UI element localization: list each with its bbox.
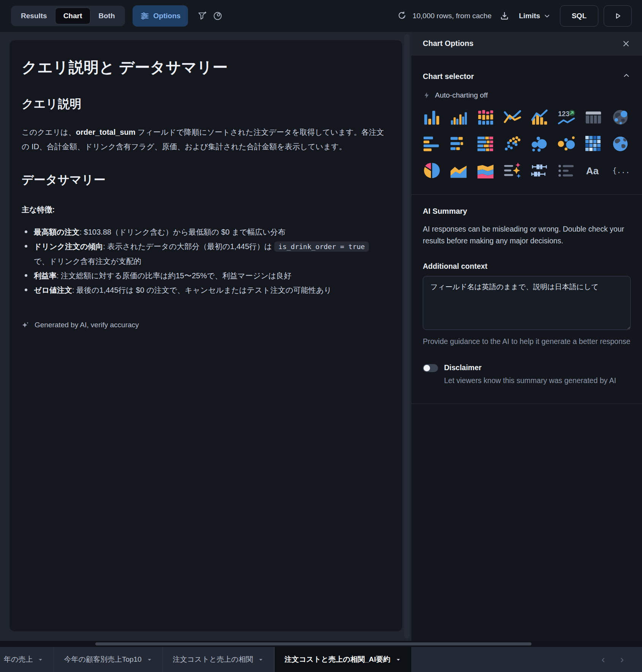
horizontal-scrollbar[interactable] <box>0 641 642 647</box>
tab-next-icon[interactable]: › <box>620 653 624 666</box>
list-item: 利益率: 注文総額に対する原価の比率は約15〜25%で、利益マージンは良好 <box>22 268 379 283</box>
tab-both[interactable]: Both <box>90 8 123 24</box>
chart-type-ai-summary-icon[interactable] <box>504 162 521 179</box>
tab-prev-icon[interactable]: ‹ <box>601 653 605 666</box>
download-icon[interactable] <box>497 8 512 24</box>
close-icon[interactable] <box>621 39 631 48</box>
caret-down-icon <box>258 656 264 663</box>
caret-down-icon <box>395 656 402 663</box>
run-button[interactable] <box>604 5 632 27</box>
chart-type-percent-horizontal-bar-icon[interactable] <box>477 135 494 153</box>
additional-context-label: Additional context <box>423 262 631 271</box>
summary-bullet-list: 最高額の注文: $103.88（ドリンク含む）から最低額の $0 まで幅広い分布… <box>22 225 390 297</box>
chart-type-box-plot-icon[interactable] <box>531 162 548 179</box>
disclaimer-help-text: Let viewers know this summary was genera… <box>444 375 616 386</box>
chart-type-stacked-horizontal-bar-icon[interactable] <box>450 135 467 153</box>
section-heading-summary: データサマリー <box>22 172 390 188</box>
lightning-icon <box>423 91 430 99</box>
tab-scroll-nav: ‹ › <box>601 647 642 672</box>
svg-text:123: 123 <box>558 110 569 118</box>
caret-down-icon <box>37 656 44 663</box>
sparkle-icon <box>22 321 30 329</box>
svg-text:{...}: {...} <box>612 166 629 175</box>
chart-type-combo-icon[interactable] <box>531 109 548 126</box>
caret-down-icon <box>146 656 153 663</box>
chart-options-panel: Chart Options Chart selector Auto-charti… <box>411 32 642 641</box>
chart-type-grouped-bar-icon[interactable] <box>450 109 467 126</box>
chart-type-stacked-area-icon[interactable] <box>477 162 494 179</box>
chevron-down-icon <box>543 12 551 20</box>
view-switcher: Results Chart Both <box>11 6 125 26</box>
section-heading-query: クエリ説明 <box>22 96 390 112</box>
disclaimer-label: Disclaimer <box>444 363 616 372</box>
chart-type-text-icon[interactable]: Aa <box>585 162 602 179</box>
chart-type-table-icon[interactable] <box>585 109 602 126</box>
chart-type-bar-icon[interactable] <box>423 109 440 126</box>
chart-type-map-icon[interactable] <box>612 135 629 153</box>
disclaimer-toggle[interactable] <box>423 364 438 372</box>
code-chip: is_drink_order = true <box>274 241 369 252</box>
chart-type-dot-plot-icon[interactable] <box>558 135 575 153</box>
chart-type-pie-icon[interactable] <box>423 162 440 179</box>
app-window: Results Chart Both Options <box>0 0 642 672</box>
sheet-tab-sales[interactable]: 年の売上 <box>0 647 54 672</box>
chart-type-horizontal-bar-icon[interactable] <box>423 135 440 153</box>
vertical-scrollbar[interactable] <box>404 34 410 639</box>
panel-title: Chart Options <box>423 39 473 48</box>
chart-type-line-icon[interactable] <box>504 109 521 126</box>
list-item: ゼロ値注文: 最後の1,445行は $0 の注文で、キャンセルまたはテスト注文の… <box>22 283 379 297</box>
options-button[interactable]: Options <box>133 5 188 27</box>
chart-selector-header: Chart selector <box>423 71 631 81</box>
panel-header: Chart Options <box>411 32 642 55</box>
summary-intro: 主な特徴: <box>22 205 390 215</box>
options-button-label: Options <box>153 12 181 20</box>
toolbar: Results Chart Both Options <box>0 0 642 32</box>
chart-type-list-icon[interactable] <box>558 162 575 179</box>
list-item: ドリンク注文の傾向: 表示されたデータの大部分（最初の1,445行）は is_d… <box>22 239 379 268</box>
refresh-sparkle-icon[interactable] <box>394 8 410 24</box>
limits-dropdown[interactable]: Limits <box>519 12 551 20</box>
chart-type-big-number-icon[interactable]: 123 <box>558 109 575 126</box>
ai-generated-footer: Generated by AI, verify accuracy <box>22 321 390 329</box>
auto-charting-status: Auto-charting off <box>423 91 631 99</box>
chart-type-heatmap-icon[interactable] <box>585 135 602 153</box>
chart-type-json-icon[interactable]: {...} <box>612 162 629 179</box>
sliders-icon <box>140 11 149 21</box>
chart-type-scatter-icon[interactable] <box>504 135 521 153</box>
scrollbar-thumb[interactable] <box>95 642 531 645</box>
sheet-tab-correlation-ai-summary[interactable]: 注文コストと売上の相関_AI要約 <box>274 647 412 672</box>
list-item: 最高額の注文: $103.88（ドリンク含む）から最低額の $0 まで幅広い分布 <box>22 225 379 239</box>
query-description: このクエリは、order_total_sum フィールドで降順にソートされた注文… <box>22 125 386 154</box>
tab-bar: 年の売上 今年の顧客別売上Top10 注文コストと売上の相関 注文コストと売上の… <box>0 647 642 672</box>
ai-summary-title: AI Summary <box>423 207 631 216</box>
disclaimer-row: Disclaimer Let viewers know this summary… <box>423 363 631 386</box>
tab-chart[interactable]: Chart <box>55 8 91 24</box>
chart-selector-title: Chart selector <box>423 72 474 81</box>
play-icon <box>614 12 622 20</box>
sheet-tab-correlation[interactable]: 注文コストと売上の相関 <box>163 647 274 672</box>
ai-warning-text: AI responses can be misleading or wrong.… <box>423 223 631 247</box>
chart-type-bubble-icon[interactable] <box>531 135 548 153</box>
workspace: クエリ説明と データサマリー クエリ説明 このクエリは、order_total_… <box>0 32 411 641</box>
context-help-text: Provide guidance to the AI to help it ge… <box>423 336 631 347</box>
additional-context-input[interactable]: フィールド名は英語のままで、説明は日本語にして <box>423 276 631 330</box>
sheet-tab-top10[interactable]: 今年の顧客別売上Top10 <box>54 647 163 672</box>
collapse-chevron-up-icon[interactable] <box>622 71 631 81</box>
tab-results[interactable]: Results <box>13 8 55 24</box>
chart-type-grid: 123Aa{...} <box>423 109 631 179</box>
chart-type-spatial-icon[interactable] <box>612 109 629 126</box>
summary-document: クエリ説明と データサマリー クエリ説明 このクエリは、order_total_… <box>9 40 402 631</box>
sql-button[interactable]: SQL <box>560 5 598 27</box>
filter-ai-icon[interactable] <box>195 8 210 24</box>
rows-status: 10,000 rows, from cache <box>413 12 492 20</box>
chart-type-stacked-bar-icon[interactable] <box>477 109 494 126</box>
chart-type-area-icon[interactable] <box>450 162 467 179</box>
limits-label: Limits <box>519 12 540 20</box>
svg-text:Aa: Aa <box>586 166 599 176</box>
page-title: クエリ説明と データサマリー <box>22 57 390 78</box>
compass-icon[interactable] <box>210 8 225 24</box>
